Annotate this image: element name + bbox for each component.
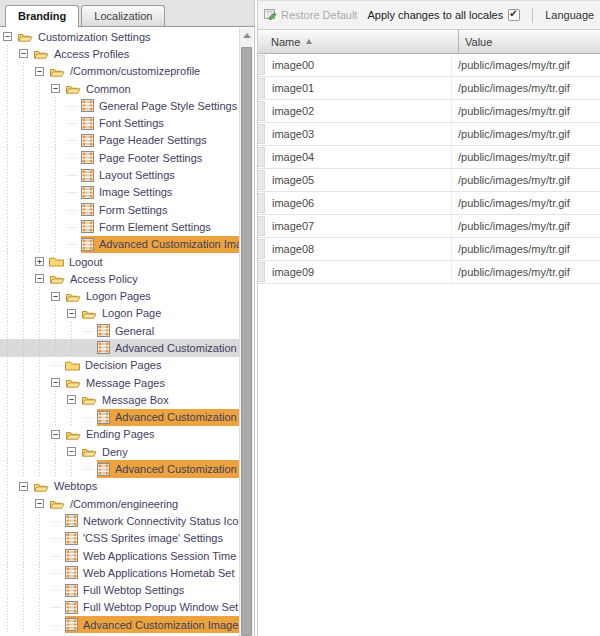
tree-item-label: Logon Page: [100, 307, 163, 319]
table-row-image01[interactable]: image01/public/images/my/tr.gif: [258, 77, 600, 100]
tree-guide-line: [35, 391, 51, 408]
cell-value: /public/images/my/tr.gif: [452, 266, 600, 278]
apply-checkbox[interactable]: ✔: [508, 9, 520, 21]
tree-item-logon-pages[interactable]: −Logon Pages: [0, 287, 239, 304]
cell-value: /public/images/my/tr.gif: [452, 174, 600, 186]
tree-item-network-connectivity-status-icon[interactable]: Network Connectivity Status Icon: [0, 512, 239, 529]
settings-grid-icon: [81, 134, 94, 147]
scroll-up-button[interactable]: [240, 28, 253, 43]
tree-scrollbar[interactable]: [239, 28, 253, 636]
tree-item-general-page-style-settings[interactable]: General Page Style Settings: [0, 97, 239, 114]
tree-item-web-applications-hometab-set[interactable]: Web Applications Hometab Set: [0, 564, 239, 581]
tree-item-general[interactable]: General: [0, 322, 239, 339]
tree-item-common-customizeprofile[interactable]: −/Common/customizeprofile: [0, 63, 239, 80]
tree-item-logon-page[interactable]: −Logon Page: [0, 305, 239, 322]
expander-minus-icon[interactable]: −: [35, 67, 44, 76]
cell-name: image00: [265, 54, 452, 76]
expander-minus-icon[interactable]: −: [51, 292, 60, 301]
tree-item-advanced-customization-images[interactable]: Advanced Customization Images: [0, 616, 239, 633]
tree-item-decision-pages[interactable]: Decision Pages: [0, 357, 239, 374]
tree-item-label: /Common/engineering: [68, 498, 180, 510]
tree-node: Message Box: [81, 391, 239, 408]
tree-guide-line: [19, 322, 35, 339]
tree-item-message-pages[interactable]: −Message Pages: [0, 374, 239, 391]
settings-grid-icon: [65, 549, 78, 562]
tree-item-advanced-customization[interactable]: Advanced Customization: [0, 409, 239, 426]
table-row-image07[interactable]: image07/public/images/my/tr.gif: [258, 215, 600, 238]
sort-ascending-icon: [306, 39, 312, 44]
tree-item-web-applications-session-time[interactable]: Web Applications Session Time: [0, 547, 239, 564]
expander-minus-icon[interactable]: −: [51, 378, 60, 387]
tree-guide-line: [19, 63, 35, 80]
tree-guide-line: [3, 322, 19, 339]
tree-item-font-settings[interactable]: Font Settings: [0, 114, 239, 131]
tree-item-page-header-settings[interactable]: Page Header Settings: [0, 132, 239, 149]
expander-minus-icon[interactable]: −: [35, 274, 44, 283]
tree-item-full-webtop-popup-window-set[interactable]: Full Webtop Popup Window Set: [0, 599, 239, 616]
tree-guide-line: [3, 599, 19, 616]
tree-item-ending-pages[interactable]: −Ending Pages: [0, 426, 239, 443]
tree-item-advanced-customization[interactable]: Advanced Customization: [0, 339, 239, 356]
tree-item-css-sprites-image-settings[interactable]: 'CSS Sprites image' Settings: [0, 530, 239, 547]
tree-item-webtops[interactable]: −Webtops: [0, 478, 239, 495]
branding-customization-window: Branding Localization −Customization Set…: [0, 0, 600, 636]
expander-minus-icon[interactable]: −: [3, 32, 12, 41]
tree-guide-line: [3, 236, 19, 253]
expander-slot: −: [51, 80, 65, 97]
table-row-image08[interactable]: image08/public/images/my/tr.gif: [258, 238, 600, 261]
tree-item-image-settings[interactable]: Image Settings: [0, 184, 239, 201]
tab-branding[interactable]: Branding: [5, 5, 79, 27]
expander-slot: [51, 582, 65, 599]
expander-minus-icon[interactable]: −: [67, 447, 76, 456]
tree-item-access-profiles[interactable]: −Access Profiles: [0, 45, 239, 62]
table-row-image02[interactable]: image02/public/images/my/tr.gif: [258, 100, 600, 123]
expander-minus-icon[interactable]: −: [67, 309, 76, 318]
column-header-name[interactable]: Name: [258, 30, 459, 53]
tree-guide-line: [35, 236, 51, 253]
expander-minus-icon[interactable]: −: [51, 430, 60, 439]
tree-item-advanced-customization[interactable]: Advanced Customization: [0, 460, 239, 477]
tree-item-deny[interactable]: −Deny: [0, 443, 239, 460]
expander-minus-icon[interactable]: −: [19, 482, 28, 491]
tree-item-full-webtop-settings[interactable]: Full Webtop Settings: [0, 582, 239, 599]
table-row-image09[interactable]: image09/public/images/my/tr.gif: [258, 261, 600, 284]
tree-guide-line: [35, 426, 51, 443]
tree-item-layout-settings[interactable]: Layout Settings: [0, 166, 239, 183]
tree-guide-line: [3, 201, 19, 218]
expander-minus-icon[interactable]: −: [19, 49, 28, 58]
tree-item-label: Advanced Customization: [113, 342, 239, 354]
table-row-image05[interactable]: image05/public/images/my/tr.gif: [258, 169, 600, 192]
tree-guide-line: [35, 374, 51, 391]
tree-item-customization-settings[interactable]: −Customization Settings: [0, 28, 239, 45]
expander-plus-icon[interactable]: +: [35, 257, 44, 266]
cell-value: /public/images/my/tr.gif: [452, 220, 600, 232]
restore-default-button[interactable]: Restore Default: [263, 7, 363, 23]
tree-item-message-box[interactable]: −Message Box: [0, 391, 239, 408]
tree-item-common[interactable]: −Common: [0, 80, 239, 97]
table-row-image04[interactable]: image04/public/images/my/tr.gif: [258, 146, 600, 169]
table-row-image03[interactable]: image03/public/images/my/tr.gif: [258, 123, 600, 146]
tree-item-access-policy[interactable]: −Access Policy: [0, 270, 239, 287]
tree-item-label: /Common/customizeprofile: [68, 65, 202, 77]
scrollbar-thumb[interactable]: [241, 47, 252, 636]
expander-slot: −: [67, 391, 81, 408]
tree-item-form-element-settings[interactable]: Form Element Settings: [0, 218, 239, 235]
tree-item-label: Full Webtop Settings: [81, 584, 186, 596]
tree-item-advanced-customization-images[interactable]: Advanced Customization Images: [0, 236, 239, 253]
tree-guide-line: [19, 460, 35, 477]
tree-item-common-engineering[interactable]: −/Common/engineering: [0, 495, 239, 512]
tree-item-page-footer-settings[interactable]: Page Footer Settings: [0, 149, 239, 166]
tree-item-form-settings[interactable]: Form Settings: [0, 201, 239, 218]
settings-grid-icon: [81, 238, 94, 251]
tab-localization[interactable]: Localization: [81, 5, 165, 26]
expander-minus-icon[interactable]: −: [67, 395, 76, 404]
tree-guide-line: [51, 201, 67, 218]
table-row-image06[interactable]: image06/public/images/my/tr.gif: [258, 192, 600, 215]
expander-minus-icon[interactable]: −: [51, 84, 60, 93]
expander-minus-icon[interactable]: −: [35, 499, 44, 508]
tree-guide-line: [3, 218, 19, 235]
tree-item-logout[interactable]: +Logout: [0, 253, 239, 270]
table-row-image00[interactable]: image00/public/images/my/tr.gif: [258, 54, 600, 77]
column-header-value[interactable]: Value: [459, 36, 600, 48]
expander-slot: [51, 616, 65, 633]
